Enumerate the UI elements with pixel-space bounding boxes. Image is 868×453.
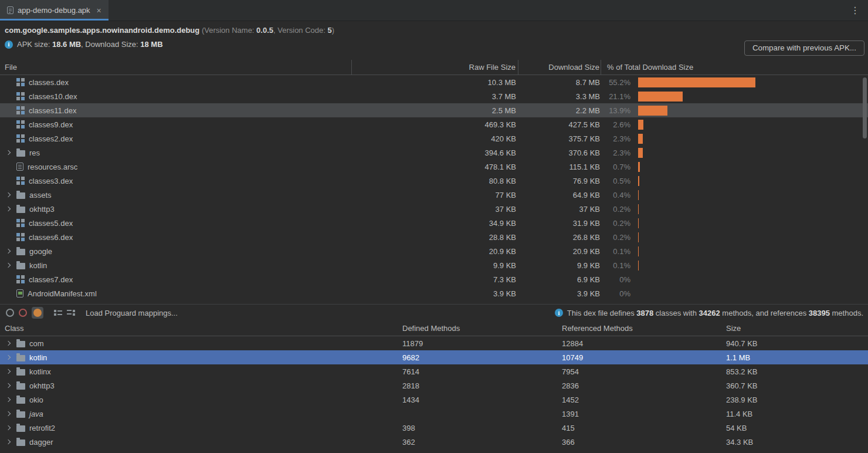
close-icon[interactable]: × (97, 6, 101, 15)
class-table-row[interactable]: okhttp3 2818 2836 360.7 KB (0, 378, 868, 393)
file-table-row[interactable]: AndroidManifest.xml 3.9 KB 3.9 KB 0% (0, 286, 868, 300)
more-options-icon[interactable]: ⋮ (842, 5, 868, 16)
referenced-methods-cell: 1452 (557, 395, 721, 404)
file-table-body: classes.dex 10.3 MB 8.7 MB 55.2% classes… (0, 75, 868, 300)
file-name: classes10.dex (29, 92, 77, 101)
raw-size-cell: 7.3 KB (352, 275, 518, 284)
class-table-row[interactable]: kotlinx 7614 7954 853.2 KB (0, 364, 868, 378)
file-table-row[interactable]: classes9.dex 469.3 KB 427.5 KB 2.6% (0, 117, 868, 131)
column-header-referenced-methods[interactable]: Referenced Methods (557, 324, 721, 333)
file-name: classes6.dex (29, 233, 73, 242)
class-table-row[interactable]: com 11879 12884 940.7 KB (0, 336, 868, 350)
download-size-cell: 3.3 MB (518, 92, 601, 101)
download-size-cell: 8.7 MB (518, 78, 601, 87)
file-icon (16, 192, 25, 199)
chevron-right-icon[interactable] (6, 383, 11, 388)
collapse-all-icon[interactable] (67, 309, 75, 317)
file-table-row[interactable]: classes11.dex 2.5 MB 2.2 MB 13.9% (0, 103, 868, 117)
chevron-right-icon[interactable] (6, 425, 11, 430)
chevron-right-icon[interactable] (6, 249, 11, 253)
column-header-size[interactable]: Size (721, 324, 868, 333)
file-table-row[interactable]: classes2.dex 420 KB 375.7 KB 2.3% (0, 131, 868, 146)
chevron-right-icon[interactable] (6, 397, 11, 402)
file-name: classes.dex (29, 78, 69, 87)
compare-apk-button[interactable]: Compare with previous APK... (744, 40, 864, 56)
file-table-row[interactable]: classes3.dex 80.8 KB 76.9 KB 0.5% (0, 174, 868, 188)
file-table-row[interactable]: kotlin 9.9 KB 9.9 KB 0.1% (0, 258, 868, 272)
file-table-row[interactable]: google 20.9 KB 20.9 KB 0.1% (0, 244, 868, 258)
defined-methods-cell: 9682 (398, 353, 557, 362)
package-line: com.google.samples.apps.nowinandroid.dem… (5, 26, 863, 35)
chevron-right-icon[interactable] (6, 355, 11, 360)
file-cell: classes10.dex (0, 92, 352, 101)
file-icon (16, 106, 25, 114)
chevron-right-icon[interactable] (6, 341, 11, 346)
column-header-raw-size[interactable]: Raw File Size (352, 60, 518, 75)
load-proguard-link[interactable]: Load Proguard mappings... (86, 309, 178, 317)
defined-methods-cell: 11879 (398, 339, 557, 348)
percent-cell: 0.2% (601, 233, 634, 242)
column-header-percent[interactable]: % of Total Download Size (601, 60, 868, 75)
vertical-scrollbar[interactable] (863, 77, 867, 138)
percent-bar-cell (634, 202, 868, 216)
column-header-file[interactable]: File (0, 60, 352, 75)
file-icon (16, 233, 25, 241)
class-table-row[interactable]: retrofit2 398 415 54 KB (0, 421, 868, 435)
filter-classes-icon[interactable] (6, 309, 14, 317)
file-icon (16, 177, 25, 185)
expand-all-icon[interactable] (54, 309, 62, 317)
file-table-row[interactable]: res 394.6 KB 370.6 KB 2.3% (0, 146, 868, 160)
file-cell: assets (0, 191, 352, 200)
chevron-right-icon[interactable] (6, 440, 11, 444)
package-folder-icon (16, 397, 25, 404)
percent-bar-cell (634, 272, 868, 286)
raw-size-cell: 478.1 KB (352, 163, 518, 171)
class-table-row[interactable]: java 1391 11.4 KB (0, 407, 868, 421)
chevron-right-icon[interactable] (6, 150, 11, 155)
apk-file-icon (7, 6, 13, 14)
percent-bar (638, 77, 755, 87)
chevron-right-icon[interactable] (6, 411, 11, 416)
column-header-download-size[interactable]: Download Size (518, 60, 601, 75)
filter-fields-toggle[interactable] (32, 307, 43, 319)
defined-methods-cell: 398 (398, 424, 557, 432)
chevron-right-icon[interactable] (6, 369, 11, 374)
file-table-row[interactable]: okhttp3 37 KB 37 KB 0.2% (0, 202, 868, 216)
file-table-row[interactable]: assets 77 KB 64.9 KB 0.4% (0, 188, 868, 202)
package-name: com.google.samples.apps.nowinandroid.dem… (5, 26, 199, 35)
file-icon (16, 249, 25, 255)
file-cell: classes11.dex (0, 106, 352, 115)
file-table-row[interactable]: resources.arsc 478.1 KB 115.1 KB 0.7% (0, 160, 868, 174)
class-table-row[interactable]: dagger 362 366 34.3 KB (0, 435, 868, 449)
chevron-right-icon[interactable] (6, 207, 11, 211)
file-table-row[interactable]: classes.dex 10.3 MB 8.7 MB 55.2% (0, 75, 868, 89)
percent-cell: 13.9% (601, 106, 634, 115)
chevron-right-icon[interactable] (6, 192, 11, 197)
file-table-row[interactable]: classes5.dex 34.9 KB 31.9 KB 0.2% (0, 216, 868, 230)
file-table-row[interactable]: classes10.dex 3.7 MB 3.3 MB 21.1% (0, 89, 868, 103)
percent-bar-cell (634, 188, 868, 202)
file-icon (16, 78, 25, 86)
chevron-right-icon[interactable] (6, 263, 11, 268)
package-folder-icon (16, 425, 25, 432)
file-icon (16, 219, 25, 227)
info-icon: i (555, 309, 563, 317)
download-size-cell: 427.5 KB (518, 120, 601, 129)
file-icon (16, 207, 25, 213)
class-cell: okhttp3 (0, 381, 398, 390)
package-name: retrofit2 (29, 424, 55, 432)
class-cell: dagger (0, 438, 398, 447)
column-header-class[interactable]: Class (0, 324, 398, 333)
column-header-defined-methods[interactable]: Defined Methods (398, 324, 557, 333)
percent-bar (638, 148, 643, 158)
size-cell: 853.2 KB (721, 367, 868, 376)
tab-apk[interactable]: app-demo-debug.apk × (0, 0, 108, 21)
class-table-row[interactable]: okio 1434 1452 238.9 KB (0, 393, 868, 407)
raw-size-cell: 3.7 MB (352, 92, 518, 101)
percent-bar-cell (634, 146, 868, 160)
file-table-row[interactable]: classes7.dex 7.3 KB 6.9 KB 0% (0, 272, 868, 286)
class-table-row[interactable]: kotlin 9682 10749 1.1 MB (0, 350, 868, 364)
filter-methods-icon[interactable] (19, 309, 27, 317)
file-table-row[interactable]: classes6.dex 28.8 KB 26.8 KB 0.2% (0, 230, 868, 244)
dex-references-count: 38395 (809, 309, 830, 317)
